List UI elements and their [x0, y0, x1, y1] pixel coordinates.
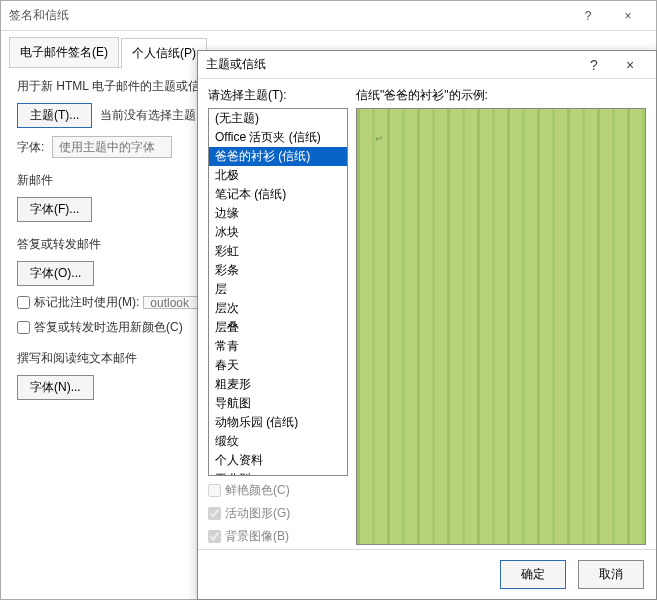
mark-name-input[interactable]	[143, 296, 203, 309]
theme-button[interactable]: 主题(T)...	[17, 103, 92, 128]
vivid-colors-label: 鲜艳颜色(C)	[225, 482, 290, 499]
cancel-button[interactable]: 取消	[578, 560, 644, 589]
parent-help-button[interactable]: ?	[568, 9, 608, 23]
theme-status: 当前没有选择主题	[100, 107, 196, 124]
font-f-button[interactable]: 字体(F)...	[17, 197, 92, 222]
theme-list-item[interactable]: Office 活页夹 (信纸)	[209, 128, 347, 147]
parent-close-button[interactable]: ×	[608, 9, 648, 23]
parent-titlebar: 签名和信纸 ? ×	[1, 1, 656, 31]
background-image-checkbox[interactable]	[208, 530, 221, 543]
stripe-pattern	[357, 109, 645, 544]
theme-list-item[interactable]: 个人资料	[209, 451, 347, 470]
theme-close-button[interactable]: ×	[612, 57, 648, 73]
theme-list-item[interactable]: 彩虹	[209, 242, 347, 261]
theme-list-item[interactable]: 层次	[209, 299, 347, 318]
theme-list-item[interactable]: 动物乐园 (信纸)	[209, 413, 347, 432]
select-theme-label: 请选择主题(T):	[208, 87, 348, 104]
theme-list-item[interactable]: (无主题)	[209, 109, 347, 128]
theme-help-button[interactable]: ?	[576, 57, 612, 73]
theme-list-item[interactable]: 层叠	[209, 318, 347, 337]
theme-list-item[interactable]: 爸爸的衬衫 (信纸)	[209, 147, 347, 166]
font-label: 字体:	[17, 139, 44, 156]
font-o-button[interactable]: 字体(O)...	[17, 261, 94, 286]
theme-list-item[interactable]: 常青	[209, 337, 347, 356]
background-image-row: 背景图像(B)	[208, 528, 348, 545]
theme-listbox[interactable]: (无主题)Office 活页夹 (信纸)爸爸的衬衫 (信纸)北极笔记本 (信纸)…	[208, 108, 348, 476]
theme-footer: 确定 取消	[198, 549, 656, 599]
active-graphics-checkbox[interactable]	[208, 507, 221, 520]
theme-list-item[interactable]: 缎纹	[209, 432, 347, 451]
theme-dialog: 主题或信纸 ? × 请选择主题(T): (无主题)Office 活页夹 (信纸)…	[197, 50, 657, 600]
theme-list-item[interactable]: 冰块	[209, 223, 347, 242]
preview-label: 信纸"爸爸的衬衫"的示例:	[356, 87, 646, 104]
theme-list-item[interactable]: 笔记本 (信纸)	[209, 185, 347, 204]
new-color-checkbox[interactable]	[17, 321, 30, 334]
new-color-label: 答复或转发时选用新颜色(C)	[34, 319, 183, 336]
theme-list-item[interactable]: 导航图	[209, 394, 347, 413]
theme-list-item[interactable]: 粗麦形	[209, 375, 347, 394]
ok-button[interactable]: 确定	[500, 560, 566, 589]
theme-list-item[interactable]: 层	[209, 280, 347, 299]
background-image-label: 背景图像(B)	[225, 528, 289, 545]
theme-list-item[interactable]: 彩条	[209, 261, 347, 280]
theme-list-item[interactable]: 边缘	[209, 204, 347, 223]
theme-dialog-title: 主题或信纸	[206, 56, 266, 73]
tab-personal-stationery[interactable]: 个人信纸(P)	[121, 38, 207, 68]
vivid-colors-checkbox[interactable]	[208, 484, 221, 497]
active-graphics-label: 活动图形(G)	[225, 505, 290, 522]
mark-annotation-checkbox[interactable]	[17, 296, 30, 309]
preview-cursor-mark: ↵	[375, 133, 383, 144]
theme-list-item[interactable]: 北极	[209, 166, 347, 185]
tab-email-signature[interactable]: 电子邮件签名(E)	[9, 37, 119, 67]
theme-list-item[interactable]: 工业型	[209, 470, 347, 476]
left-column: 请选择主题(T): (无主题)Office 活页夹 (信纸)爸爸的衬衫 (信纸)…	[208, 87, 348, 545]
active-graphics-row: 活动图形(G)	[208, 505, 348, 522]
stationery-preview: ↵	[356, 108, 646, 545]
vivid-colors-row: 鲜艳颜色(C)	[208, 482, 348, 499]
theme-list-item[interactable]: 春天	[209, 356, 347, 375]
right-column: 信纸"爸爸的衬衫"的示例: ↵	[356, 87, 646, 545]
theme-body: 请选择主题(T): (无主题)Office 活页夹 (信纸)爸爸的衬衫 (信纸)…	[198, 79, 656, 549]
mark-annotation-label: 标记批注时使用(M):	[34, 294, 139, 311]
theme-titlebar: 主题或信纸 ? ×	[198, 51, 656, 79]
font-combo[interactable]	[52, 136, 172, 158]
font-n-button[interactable]: 字体(N)...	[17, 375, 94, 400]
parent-title: 签名和信纸	[9, 7, 69, 24]
